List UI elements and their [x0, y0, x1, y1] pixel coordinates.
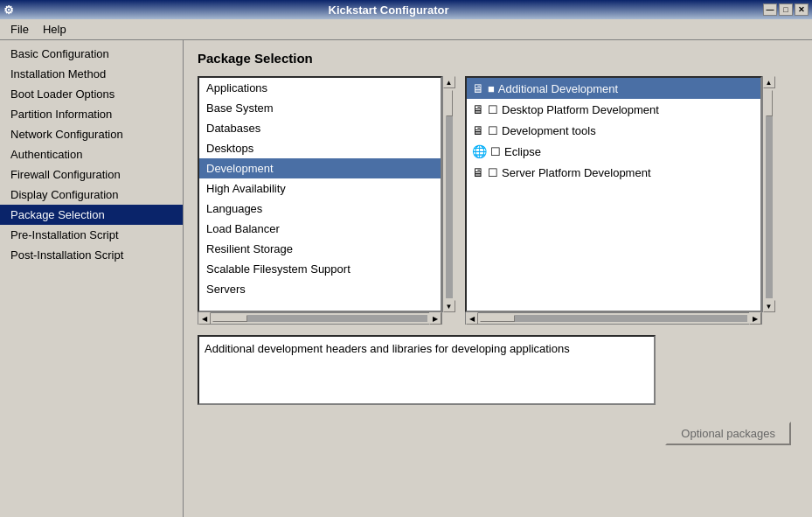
sidebar-item-installation-method[interactable]: Installation Method: [0, 64, 183, 84]
pkg-icon-desktop-platform: 🖥: [472, 102, 484, 116]
list-item-base-system[interactable]: Base System: [199, 98, 441, 118]
list-item-databases[interactable]: Databases: [199, 118, 441, 138]
left-hscroll-left[interactable]: ◀: [198, 312, 211, 325]
bottom-bar: Optional packages: [198, 422, 798, 445]
package-list[interactable]: 🖥 ■ Additional Development 🖥 ☐ Desktop P…: [465, 76, 762, 312]
minimize-button[interactable]: —: [763, 3, 777, 16]
left-vscroll-track[interactable]: [446, 90, 453, 298]
pkg-label-eclipse: Eclipse: [504, 145, 541, 158]
right-vscroll-track[interactable]: [766, 90, 773, 298]
pkg-checkbox-additional-dev: ■: [488, 82, 495, 95]
sidebar-item-post-install[interactable]: Post-Installation Script: [0, 245, 183, 265]
app-icon: ⚙: [0, 0, 14, 19]
list-item-high-availability[interactable]: High Availability: [199, 178, 441, 199]
pkg-icon-server-platform: 🖥: [472, 165, 484, 179]
pkg-dev-tools[interactable]: 🖥 ☐ Development tools: [467, 120, 760, 141]
right-hscroll-left[interactable]: ◀: [466, 312, 478, 325]
right-vscroll-up[interactable]: ▲: [763, 76, 775, 88]
list-item-scalable-filesystem[interactable]: Scalable Filesystem Support: [199, 259, 441, 279]
pkg-label-dev-tools: Development tools: [502, 124, 596, 137]
pkg-desktop-platform[interactable]: 🖥 ☐ Desktop Platform Development: [467, 99, 760, 120]
pkg-server-platform[interactable]: 🖥 ☐ Server Platform Development: [467, 162, 760, 183]
pkg-checkbox-server-platform[interactable]: ☐: [488, 166, 498, 179]
window-title: Kickstart Configurator: [14, 3, 763, 17]
content-area: Package Selection Applications Base Syst…: [184, 40, 812, 517]
main-layout: Basic Configuration Installation Method …: [0, 40, 812, 517]
right-panel-wrapper: 🖥 ■ Additional Development 🖥 ☐ Desktop P…: [465, 76, 774, 325]
optional-packages-button[interactable]: Optional packages: [665, 422, 791, 445]
left-vscroll-thumb[interactable]: [446, 90, 453, 116]
right-vscroll-thumb[interactable]: [766, 90, 773, 116]
sidebar-item-boot-loader[interactable]: Boot Loader Options: [0, 84, 183, 104]
list-item-resilient-storage[interactable]: Resilient Storage: [199, 239, 441, 259]
page-title: Package Selection: [198, 51, 798, 66]
sidebar-item-pre-install[interactable]: Pre-Installation Script: [0, 225, 183, 245]
right-hscroll-track[interactable]: [480, 315, 747, 322]
left-vscroll-up[interactable]: ▲: [443, 76, 455, 88]
list-item-development[interactable]: Development: [199, 158, 441, 178]
pkg-icon-additional-dev: 🖥: [472, 81, 484, 95]
description-box[interactable]: [198, 335, 656, 405]
maximize-button[interactable]: □: [779, 3, 793, 16]
left-panel-vscrollbar[interactable]: ▲ ▼: [442, 76, 455, 312]
sidebar-item-partition-info[interactable]: Partition Information: [0, 104, 183, 124]
pkg-label-desktop-platform: Desktop Platform Development: [502, 103, 659, 116]
right-panel-scroll-container: 🖥 ■ Additional Development 🖥 ☐ Desktop P…: [465, 76, 774, 312]
sidebar-item-network-config[interactable]: Network Configuration: [0, 124, 183, 144]
sidebar-item-authentication[interactable]: Authentication: [0, 144, 183, 164]
close-button[interactable]: ✕: [795, 3, 809, 16]
left-hscroll-thumb[interactable]: [212, 315, 247, 322]
list-item-load-balancer[interactable]: Load Balancer: [199, 219, 441, 239]
category-list[interactable]: Applications Base System Databases Deskt…: [198, 76, 442, 312]
list-item-servers[interactable]: Servers: [199, 279, 441, 299]
pkg-eclipse[interactable]: 🌐 ☐ Eclipse: [467, 141, 760, 162]
pkg-label-server-platform: Server Platform Development: [502, 166, 651, 179]
left-hscroll-track[interactable]: [212, 315, 427, 322]
menu-help[interactable]: Help: [36, 21, 73, 38]
sidebar-item-firewall-config[interactable]: Firewall Configuration: [0, 164, 183, 185]
right-hscrollbar[interactable]: ◀ ▶: [465, 312, 762, 325]
pkg-checkbox-desktop-platform[interactable]: ☐: [488, 103, 498, 116]
sidebar-item-basic-config[interactable]: Basic Configuration: [0, 44, 183, 64]
pkg-checkbox-dev-tools[interactable]: ☐: [488, 124, 498, 137]
pkg-label-additional-dev: Additional Development: [498, 82, 618, 95]
right-hscroll-right[interactable]: ▶: [749, 312, 761, 325]
menubar: File Help: [0, 19, 812, 40]
left-panel-scroll-container: Applications Base System Databases Deskt…: [198, 76, 455, 312]
titlebar: ⚙ Kickstart Configurator — □ ✕: [0, 0, 812, 19]
sidebar-item-display-config[interactable]: Display Configuration: [0, 185, 183, 205]
panels-container: Applications Base System Databases Deskt…: [198, 76, 798, 325]
right-vscroll-down[interactable]: ▼: [763, 300, 775, 312]
left-vscroll-down[interactable]: ▼: [443, 300, 455, 312]
pkg-checkbox-eclipse[interactable]: ☐: [490, 145, 501, 158]
pkg-additional-dev[interactable]: 🖥 ■ Additional Development: [467, 78, 760, 99]
right-panel-vscrollbar[interactable]: ▲ ▼: [762, 76, 774, 312]
window-controls: — □ ✕: [763, 3, 812, 16]
list-item-applications[interactable]: Applications: [199, 78, 441, 98]
list-item-languages[interactable]: Languages: [199, 199, 441, 219]
menu-file[interactable]: File: [3, 21, 36, 38]
sidebar: Basic Configuration Installation Method …: [0, 40, 184, 517]
left-hscroll-right[interactable]: ▶: [429, 312, 441, 325]
left-panel-wrapper: Applications Base System Databases Deskt…: [198, 76, 455, 325]
list-item-desktops[interactable]: Desktops: [199, 138, 441, 158]
left-hscrollbar[interactable]: ◀ ▶: [198, 312, 442, 325]
right-hscroll-thumb[interactable]: [480, 315, 515, 322]
sidebar-item-package-selection[interactable]: Package Selection: [0, 205, 183, 225]
pkg-icon-dev-tools: 🖥: [472, 123, 484, 137]
pkg-icon-eclipse: 🌐: [472, 144, 487, 158]
